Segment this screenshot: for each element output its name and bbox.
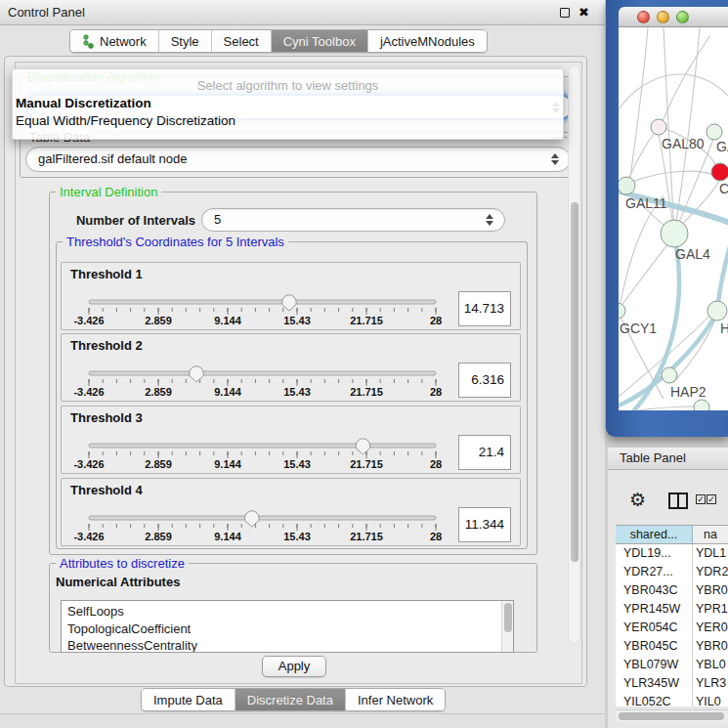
table-row[interactable]: YPR145WYPR1 — [616, 600, 728, 619]
bottom-strip — [0, 713, 605, 728]
combo-stepper-icon[interactable] — [486, 214, 493, 226]
attributes-scrollbar[interactable] — [501, 601, 513, 652]
combo-stepper-icon[interactable] — [551, 153, 559, 165]
slider-thumb[interactable] — [356, 439, 369, 454]
threshold-value-field[interactable]: 21.4 — [458, 435, 511, 470]
table-cell: YBR045C — [616, 637, 693, 656]
column-header-na[interactable]: na — [693, 526, 728, 543]
network-edge — [628, 133, 655, 180]
algorithm-option-equal-width-frequency-discretization[interactable]: Equal Width/Frequency Discretization — [13, 112, 563, 130]
checkbox-icon[interactable]: ✓ — [707, 494, 716, 504]
threshold-value-field[interactable]: 6.316 — [458, 363, 511, 398]
table-data-combobox-value: galFiltered.sif default node — [38, 151, 187, 166]
tick-label: 9.144 — [214, 531, 241, 542]
slider-thumb[interactable] — [190, 366, 203, 382]
window-buttons: ✖ — [560, 0, 589, 25]
traffic-light-close-icon[interactable] — [637, 11, 650, 23]
network-window-titlebar[interactable] — [619, 7, 728, 27]
table-row[interactable]: YIL052CYIL0 — [616, 693, 728, 707]
attribute-item-topologicalcoefficient[interactable]: TopologicalCoefficient — [67, 621, 513, 638]
traffic-light-zoom-icon[interactable] — [676, 11, 689, 23]
network-edge — [632, 171, 716, 182]
network-node-gal11[interactable] — [619, 177, 635, 194]
algorithm-option-manual-discretization[interactable]: Manual Discretization — [13, 95, 563, 112]
table-row[interactable]: YBL079WYBL0 — [616, 656, 728, 674]
tab-cyni-toolbox[interactable]: Cyni Toolbox — [272, 30, 368, 52]
attributes-group-label: Attributes to discretize — [56, 556, 189, 571]
number-of-intervals-combobox[interactable]: 5 — [201, 208, 505, 232]
table-row[interactable]: YBR045CYBR0 — [616, 637, 728, 656]
network-node-gal4[interactable] — [661, 220, 688, 247]
table-row[interactable]: YLR345WYLR3 — [616, 674, 728, 693]
table-header-row: shared...na — [616, 525, 728, 544]
tab-discretize-data[interactable]: Discretize Data — [236, 689, 346, 710]
tick-label: 9.144 — [214, 386, 241, 398]
apply-button[interactable]: Apply — [262, 656, 326, 677]
tab-impute-data[interactable]: Impute Data — [142, 689, 236, 710]
table-data-combobox[interactable]: galFiltered.sif default node — [25, 147, 571, 172]
control-panel-titlebar[interactable]: Control Panel ✖ — [0, 0, 605, 25]
slider-thumb[interactable] — [282, 295, 296, 311]
table-cell: YIL052C — [616, 693, 693, 707]
table-scrollbar-thumb[interactable] — [619, 712, 724, 720]
tick-label: 28 — [430, 531, 442, 542]
network-node-gal80[interactable] — [651, 119, 666, 135]
close-icon[interactable]: ✖ — [578, 8, 589, 18]
tab-style[interactable]: Style — [159, 30, 212, 52]
network-node-ga[interactable] — [707, 124, 722, 140]
tab-label: Select — [224, 34, 259, 49]
tick-label: 15.43 — [283, 531, 311, 542]
control-panel-window: Control Panel ✖ NetworkStyleSelectCyni T… — [0, 0, 605, 728]
table-cell: YDR2 — [693, 563, 728, 581]
network-node-label: GAL80 — [662, 136, 705, 151]
threshold-value-field[interactable]: 11.344 — [458, 507, 511, 542]
tab-jactivemnodules[interactable]: jActiveMNodules — [368, 30, 487, 52]
float-window-icon[interactable] — [560, 8, 570, 18]
table-row[interactable]: YDR27...YDR2 — [616, 563, 728, 581]
network-node[interactable] — [694, 400, 709, 410]
table-cell: YER0 — [693, 619, 728, 637]
network-node-c[interactable] — [711, 163, 728, 181]
table-horizontal-scrollbar[interactable] — [616, 709, 728, 722]
table-cell: YLR345W — [616, 674, 693, 693]
table-cell: YBR0 — [693, 581, 728, 600]
attributes-scrollbar-thumb[interactable] — [504, 603, 512, 632]
network-node-hap2[interactable] — [662, 367, 677, 383]
traffic-light-minimize-icon[interactable] — [657, 11, 669, 23]
table-row[interactable]: YBR043CYBR0 — [616, 581, 728, 600]
threshold-value-field[interactable]: 14.713 — [458, 291, 511, 326]
numerical-attributes-list[interactable]: SelfLoopsTopologicalCoefficientBetweenne… — [61, 600, 514, 653]
network-canvas[interactable]: GAL80GACGAL11GAL4GCY1HHAP2 — [619, 27, 728, 410]
network-node-h[interactable] — [707, 301, 727, 321]
tab-label: Discretize Data — [247, 693, 333, 707]
table-panel-titlebar[interactable]: Table Panel — [608, 448, 728, 470]
threshold-row-4: Threshold 4-3.4262.8599.14415.4321.71528… — [61, 478, 521, 546]
tab-infer-network[interactable]: Infer Network — [346, 689, 445, 710]
table-panel-title: Table Panel — [620, 450, 686, 465]
table-cell: YPR145W — [616, 600, 693, 619]
threshold-label: Threshold 3 — [70, 410, 143, 425]
tab-network[interactable]: Network — [70, 30, 159, 52]
panel-vertical-scrollbar[interactable] — [568, 65, 580, 644]
attribute-item-betweennesscentrality[interactable]: BetweennessCentrality — [67, 637, 513, 653]
network-node-label: GCY1 — [620, 321, 657, 336]
table-row[interactable]: YDL19...YDL1 — [616, 544, 728, 563]
tick-label: 21.715 — [350, 386, 383, 398]
column-header-shared[interactable]: shared... — [616, 526, 693, 543]
slider-thumb[interactable] — [245, 511, 259, 527]
tab-select[interactable]: Select — [212, 30, 272, 52]
attribute-item-selfloops[interactable]: SelfLoops — [67, 603, 513, 621]
table-cell: YDL1 — [693, 544, 728, 563]
split-columns-icon[interactable] — [668, 492, 688, 509]
network-node-label: HAP2 — [670, 384, 707, 400]
table-cell: YDR27... — [616, 563, 693, 581]
checkbox-icon[interactable]: ✓ — [696, 494, 706, 504]
gear-icon[interactable]: ⚙ — [629, 489, 646, 511]
network-node-gcy1[interactable] — [619, 303, 625, 319]
network-edge — [630, 27, 648, 178]
network-edge — [619, 407, 695, 410]
table-row[interactable]: YER054CYER0 — [616, 619, 728, 637]
network-icon — [82, 34, 95, 49]
tick-label: 21.715 — [350, 531, 383, 542]
panel-scrollbar-thumb[interactable] — [571, 202, 578, 562]
